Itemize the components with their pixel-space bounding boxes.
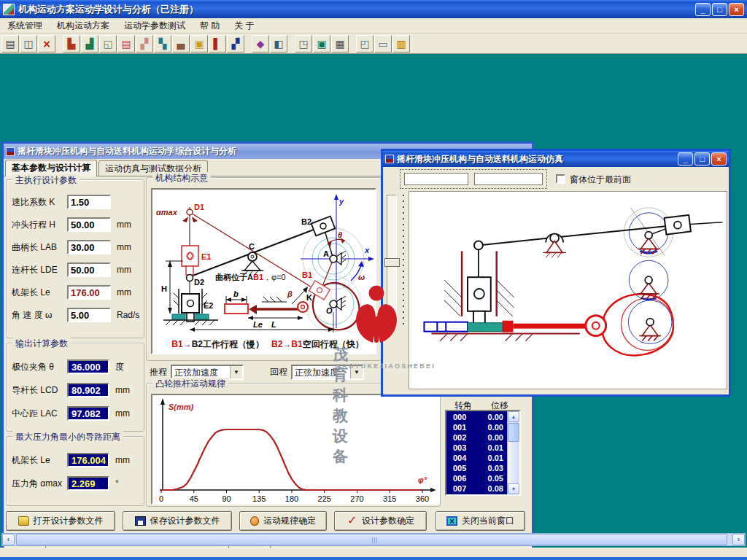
minimize-button[interactable]: _ [695,3,711,16]
trackbar-thumb[interactable] [384,258,400,267]
menubar: 系统管理 机构运动方案 运动学参数测试 帮 助 关 于 [0,18,747,34]
hscroll-thumb[interactable] [16,534,727,545]
scroll-left-icon[interactable]: ‹ [2,534,15,545]
param-input[interactable] [67,285,111,300]
design-params-confirm-button[interactable]: 设计参数确定 [334,511,427,531]
svg-text:K: K [306,293,312,302]
param-label: 导杆长 LCD [12,384,67,397]
svg-text:x: x [364,246,370,254]
param-value-display: 36.000 [67,359,109,374]
horizontal-scrollbar[interactable]: ‹ › [1,533,746,546]
mechanism-bars-button[interactable]: ▤ [117,35,135,52]
mechanism-tray-button[interactable]: ◱ [99,35,117,52]
cam-drum-button[interactable]: ▣ [190,35,208,52]
sim-mechanism-svg [409,192,727,389]
mechanism-punch-button[interactable]: ▄ [172,35,190,52]
table-row[interactable]: 0060.05 [446,473,508,483]
param-label: 曲柄长 LAB [12,241,67,254]
table-row[interactable]: 0040.01 [446,453,508,463]
svg-text:b: b [233,289,239,298]
table-row[interactable]: 0010.00 [446,422,508,432]
computer-button[interactable]: ◰ [356,35,374,52]
param-input[interactable] [67,217,111,232]
motion-law-confirm-button[interactable]: 运动规律确定 [239,511,327,531]
close-current-window-button[interactable]: 关闭当前窗口 [436,511,525,531]
sim-maximize-button[interactable]: □ [694,152,710,166]
param-unit: mm [117,287,131,298]
param-input[interactable] [67,240,111,254]
help-book-button[interactable]: ◆ [252,35,269,52]
mechanism-bars-icon: ▤ [121,38,131,50]
param-value-display: 97.082 [67,406,109,421]
scroll-right-icon[interactable]: › [732,534,745,545]
param-row: 导杆长 LCD80.902mm [12,383,144,397]
menu-system[interactable]: 系统管理 [0,18,50,33]
param-label: 角 速 度 ω [12,309,67,322]
group-mechanism-schematic: 机构结构示意 [146,177,382,361]
svg-text:H: H [161,284,167,293]
button-label: 运动规律确定 [263,515,316,527]
scrollbar-thumb[interactable] [508,423,519,442]
open-params-file-button[interactable]: 打开设计参数文件 [6,511,115,531]
ruler-button[interactable]: ▭ [374,35,392,52]
cam-displacement-chart: S(mm) φ° 04590135180225270315360 [152,395,438,503]
maximize-button[interactable]: □ [712,3,727,16]
return-stroke-select[interactable]: 正弦加速度 ▼ [291,365,364,380]
listbox-scrollbar[interactable]: ▲ ▼ [507,411,519,494]
table-row[interactable]: 0000.00 [446,412,508,422]
sim-input-1[interactable] [404,173,468,185]
mechanism-pink-button[interactable]: ▞ [136,35,153,52]
param-row: 中心距 LAC97.082mm [12,406,144,421]
monitor-text-button[interactable]: ▦ [331,35,349,52]
menu-about[interactable]: 关 于 [227,18,261,33]
motion-law-icon [250,516,259,526]
mechanism-teal-button[interactable]: ▚ [154,35,171,52]
param-label: 冲头行程 H [12,219,67,231]
group-title: 机构结构示意 [152,172,211,184]
param-row: 冲头行程 Hmm [12,217,144,232]
svg-text:S(mm): S(mm) [169,402,194,411]
data-tree-button[interactable]: ▤ [1,35,19,52]
x-tick-label: 315 [383,494,396,503]
sim-close-button[interactable]: × [711,152,727,166]
menu-help[interactable]: 帮 助 [193,18,227,33]
scroll-down-icon[interactable]: ▼ [508,483,519,494]
cam-displacement-curve [161,429,422,490]
table-row[interactable]: 0050.03 [446,463,508,473]
sim-titlebar[interactable]: 摇杆滑块冲压机构与自动送料机构运动仿真 _ □ × [383,151,729,167]
save-params-file-button[interactable]: 保存设计参数文件 [123,511,232,531]
mechanism-press-button[interactable]: ▙ [63,35,80,52]
sim-minimize-button[interactable]: _ [678,152,693,166]
svg-text:φ°: φ° [418,475,427,484]
topmost-checkbox[interactable] [556,174,565,184]
mechanism-teal-icon: ▚ [159,38,167,50]
mechanism-slider-green-button[interactable]: ▟ [81,35,98,52]
menu-mechanism-scheme[interactable]: 机构运动方案 [50,18,117,33]
param-input[interactable] [67,308,111,322]
main-titlebar[interactable]: 机构运动方案运动学设计与分析（已注册） _ □ × [0,0,747,18]
table-row[interactable]: 0070.08 [446,483,508,494]
monitor-green-button[interactable]: ▣ [313,35,330,52]
group-title: 输出计算参数 [12,338,71,350]
mechanism-blue-button[interactable]: ▞ [227,35,244,52]
window-edit-button[interactable]: ◳ [295,35,312,52]
svg-text:曲柄位于AB1，φ=0: 曲柄位于AB1，φ=0 [215,273,286,281]
clipboard-button[interactable]: ▥ [392,35,410,52]
param-input[interactable] [67,262,111,277]
cam-data-listbox[interactable]: 0000.000010.000020.000030.010040.010050.… [445,410,521,496]
table-row[interactable]: 0020.00 [446,432,508,443]
chart-monitor-button[interactable]: ◧ [270,35,287,52]
scroll-up-icon[interactable]: ▲ [508,411,519,422]
close-button[interactable]: × [729,3,744,16]
delete-button[interactable]: × [38,35,55,52]
menu-kinematics-test[interactable]: 运动学参数测试 [117,18,193,33]
param-unit: mm [117,265,131,275]
x-tick-label: 135 [252,494,266,503]
mechanism-red-door-button[interactable]: ▌ [209,35,226,52]
param-input[interactable] [67,195,111,209]
table-row[interactable]: 0030.01 [446,443,508,453]
sim-input-2[interactable] [474,173,543,185]
table-row[interactable]: 0080.10 [446,494,508,496]
sim-window-icon [385,155,394,163]
print-button[interactable]: ◫ [20,35,37,52]
